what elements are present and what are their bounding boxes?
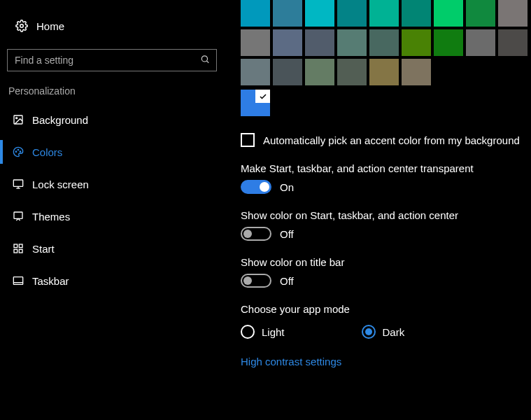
svg-rect-11 <box>14 212 22 218</box>
svg-point-5 <box>15 151 16 152</box>
color-swatch[interactable] <box>402 59 431 85</box>
transparent-label: Make Start, taskbar, and action center t… <box>241 162 531 174</box>
nav-label: Start <box>32 243 55 255</box>
category-label: Personalization <box>8 85 224 97</box>
show-color-title-toggle-row: Off <box>241 274 531 288</box>
color-swatch[interactable] <box>273 0 302 27</box>
color-swatch[interactable] <box>305 0 334 27</box>
show-color-start-state: Off <box>280 228 294 240</box>
nav-label: Taskbar <box>32 275 69 287</box>
grid-icon <box>13 243 32 254</box>
svg-line-2 <box>206 61 208 63</box>
sidebar-item-start[interactable]: Start <box>0 232 224 265</box>
show-color-start-toggle[interactable] <box>241 227 271 241</box>
show-color-start-label: Show color on Start, taskbar, and action… <box>241 209 531 221</box>
color-swatch[interactable] <box>241 0 270 27</box>
color-swatch[interactable] <box>337 59 367 85</box>
brush-icon <box>13 211 32 222</box>
radio-label: Light <box>262 326 285 338</box>
nav-list: Background Colors Lock screen Themes Sta… <box>0 104 224 297</box>
color-swatch[interactable] <box>305 29 334 56</box>
color-palette <box>241 0 531 85</box>
image-icon <box>13 114 32 125</box>
settings-sidebar: Home Personalization Background Colors <box>0 0 224 420</box>
show-color-title-state: Off <box>280 275 294 287</box>
svg-point-6 <box>17 149 18 150</box>
svg-rect-15 <box>14 249 17 253</box>
svg-point-4 <box>16 118 17 119</box>
search-icon <box>200 55 210 66</box>
sidebar-item-colors[interactable]: Colors <box>0 136 224 168</box>
color-swatch[interactable] <box>498 29 528 56</box>
nav-label: Colors <box>32 146 62 158</box>
svg-rect-12 <box>14 244 17 248</box>
palette-icon <box>13 146 32 158</box>
color-swatch[interactable] <box>402 29 431 56</box>
auto-pick-checkbox[interactable]: Automatically pick an accent color from … <box>241 133 531 147</box>
color-swatch[interactable] <box>369 29 399 56</box>
transparent-state: On <box>280 181 294 193</box>
svg-point-0 <box>20 24 24 28</box>
show-color-title-toggle[interactable] <box>241 274 271 288</box>
home-label: Home <box>36 20 64 32</box>
svg-rect-14 <box>19 249 22 253</box>
monitor-icon <box>13 178 32 190</box>
checkmark-overlay <box>255 90 270 103</box>
color-swatch[interactable] <box>369 0 399 27</box>
app-mode-label: Choose your app mode <box>241 303 531 315</box>
radio-circle <box>241 325 255 339</box>
color-swatch[interactable] <box>402 0 431 27</box>
transparent-toggle[interactable] <box>241 180 271 194</box>
selected-swatch-row <box>241 90 531 116</box>
app-mode-dark[interactable]: Dark <box>362 325 405 339</box>
nav-label: Background <box>32 114 88 126</box>
svg-point-1 <box>201 56 207 62</box>
svg-rect-8 <box>13 180 22 186</box>
sidebar-item-themes[interactable]: Themes <box>0 200 224 232</box>
color-swatch[interactable] <box>498 0 528 27</box>
color-swatch[interactable] <box>305 59 334 85</box>
selected-accent-swatch[interactable] <box>241 90 270 116</box>
color-swatch[interactable] <box>241 59 270 85</box>
sidebar-item-taskbar[interactable]: Taskbar <box>0 265 224 297</box>
nav-label: Themes <box>32 211 70 223</box>
gear-icon <box>15 20 34 32</box>
svg-point-7 <box>20 151 20 152</box>
sidebar-item-background[interactable]: Background <box>0 104 224 136</box>
search-container <box>7 49 217 71</box>
taskbar-icon <box>13 275 32 286</box>
color-swatch[interactable] <box>273 29 302 56</box>
home-button[interactable]: Home <box>0 13 224 39</box>
main-content: Automatically pick an accent color from … <box>241 0 531 382</box>
svg-rect-16 <box>13 277 22 285</box>
checkbox-box <box>241 133 255 147</box>
auto-pick-label: Automatically pick an accent color from … <box>263 134 520 146</box>
app-mode-radio-group: Light Dark <box>241 325 531 339</box>
search-input[interactable] <box>7 49 217 71</box>
svg-rect-13 <box>19 244 22 248</box>
radio-label: Dark <box>383 326 405 338</box>
transparent-toggle-row: On <box>241 180 531 194</box>
color-swatch[interactable] <box>241 29 270 56</box>
show-color-title-label: Show color on title bar <box>241 256 531 268</box>
nav-label: Lock screen <box>32 178 89 190</box>
color-swatch[interactable] <box>434 29 463 56</box>
color-swatch[interactable] <box>273 59 302 85</box>
sidebar-item-lock-screen[interactable]: Lock screen <box>0 168 224 200</box>
high-contrast-link[interactable]: High contrast settings <box>241 356 341 368</box>
color-swatch[interactable] <box>369 59 399 85</box>
show-color-start-toggle-row: Off <box>241 227 531 241</box>
color-swatch[interactable] <box>337 29 367 56</box>
color-swatch[interactable] <box>434 0 463 27</box>
color-swatch[interactable] <box>337 0 367 27</box>
color-swatch[interactable] <box>466 29 495 56</box>
color-swatch[interactable] <box>466 0 495 27</box>
radio-circle <box>362 325 376 339</box>
app-mode-light[interactable]: Light <box>241 325 285 339</box>
